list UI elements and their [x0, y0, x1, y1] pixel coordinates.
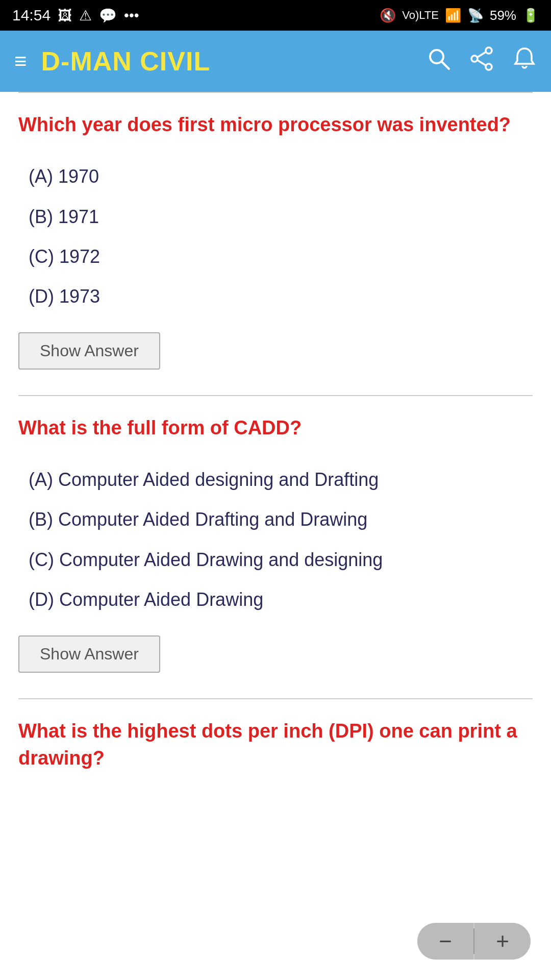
- svg-point-3: [471, 56, 478, 62]
- option-1c: (C) 1972: [29, 237, 533, 277]
- svg-line-6: [478, 60, 486, 65]
- bell-icon[interactable]: [512, 46, 537, 77]
- option-2c: (C) Computer Aided Drawing and designing: [29, 540, 533, 580]
- nav-bar: ≡ D-MAN CIVIL: [0, 31, 551, 92]
- wifi-icon: 📶: [445, 8, 461, 23]
- share-icon[interactable]: [469, 46, 494, 77]
- zoom-in-button[interactable]: +: [474, 923, 531, 960]
- option-2a: (A) Computer Aided designing and Draftin…: [29, 460, 533, 500]
- content-area: Which year does first micro processor wa…: [0, 92, 551, 800]
- message-icon: 💬: [99, 7, 117, 24]
- menu-icon[interactable]: ≡: [14, 49, 27, 74]
- option-1d: (D) 1973: [29, 277, 533, 316]
- app-title: D-MAN CIVIL: [41, 46, 211, 77]
- mute-icon: 🔇: [380, 8, 396, 23]
- show-answer-button-2[interactable]: Show Answer: [18, 635, 160, 673]
- signal-icon: 📡: [467, 8, 484, 23]
- status-time: 14:54: [12, 7, 51, 24]
- question-block-1: Which year does first micro processor wa…: [18, 93, 533, 395]
- option-1a: (A) 1970: [29, 157, 533, 197]
- option-1b: (B) 1971: [29, 197, 533, 237]
- options-list-2: (A) Computer Aided designing and Draftin…: [29, 460, 533, 620]
- question-block-3: What is the highest dots per inch (DPI) …: [18, 699, 533, 800]
- status-right: 🔇 Vo)LTE 📶 📡 59% 🔋: [380, 8, 539, 23]
- image-icon: 🖼: [58, 7, 72, 24]
- more-icon: •••: [124, 7, 139, 23]
- show-answer-button-1[interactable]: Show Answer: [18, 332, 160, 370]
- svg-point-2: [486, 47, 492, 54]
- search-icon[interactable]: [427, 46, 451, 77]
- lte-icon: Vo)LTE: [402, 9, 439, 22]
- nav-right: [427, 46, 537, 77]
- svg-point-4: [486, 64, 492, 70]
- svg-line-1: [442, 62, 449, 69]
- nav-left: ≡ D-MAN CIVIL: [14, 46, 210, 77]
- warning-icon: ⚠: [79, 7, 92, 24]
- svg-line-5: [478, 52, 486, 57]
- question-block-2: What is the full form of CADD? (A) Compu…: [18, 396, 533, 698]
- options-list-1: (A) 1970 (B) 1971 (C) 1972 (D) 1973: [29, 157, 533, 317]
- question-text-1: Which year does first micro processor wa…: [18, 111, 533, 138]
- zoom-out-button[interactable]: −: [417, 923, 473, 960]
- status-left: 14:54 🖼 ⚠ 💬 •••: [12, 7, 139, 24]
- battery-icon: 🔋: [522, 8, 539, 23]
- question-text-3: What is the highest dots per inch (DPI) …: [18, 718, 533, 772]
- status-bar: 14:54 🖼 ⚠ 💬 ••• 🔇 Vo)LTE 📶 📡 59% 🔋: [0, 0, 551, 31]
- battery-level: 59%: [490, 8, 516, 23]
- option-2b: (B) Computer Aided Drafting and Drawing: [29, 500, 533, 540]
- zoom-controls: − +: [417, 923, 531, 960]
- option-2d: (D) Computer Aided Drawing: [29, 580, 533, 620]
- question-text-2: What is the full form of CADD?: [18, 414, 533, 442]
